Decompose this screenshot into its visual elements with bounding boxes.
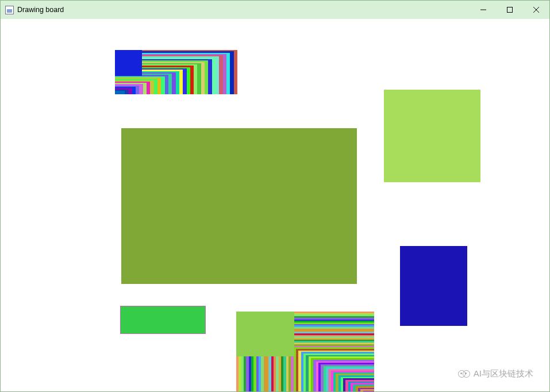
app-icon	[5, 6, 14, 14]
titlebar-left: Drawing board	[5, 6, 64, 14]
maximize-icon	[507, 7, 513, 13]
rect-navy	[400, 246, 467, 326]
window-controls	[470, 1, 549, 19]
rect-large-olive	[121, 128, 357, 284]
watermark-text: AI与区块链技术	[474, 368, 533, 379]
window-title: Drawing board	[17, 6, 64, 14]
drawing-canvas[interactable]: AI与区块链技术	[1, 19, 549, 391]
maximize-button[interactable]	[497, 1, 523, 19]
watermark: AI与区块链技术	[457, 367, 533, 380]
rect-lightgreen	[384, 90, 480, 182]
close-button[interactable]	[523, 1, 549, 19]
close-icon	[533, 7, 539, 13]
wechat-icon	[457, 367, 470, 380]
minimize-button[interactable]	[470, 1, 497, 19]
multicolor-bottom	[236, 312, 374, 391]
minimize-icon	[480, 7, 486, 13]
svg-rect-0	[507, 7, 513, 13]
app-window: Drawing board AI与区块链技术	[0, 0, 550, 392]
rect-small-green	[120, 306, 206, 334]
multicolor-top	[115, 50, 237, 94]
titlebar[interactable]: Drawing board	[1, 1, 549, 19]
